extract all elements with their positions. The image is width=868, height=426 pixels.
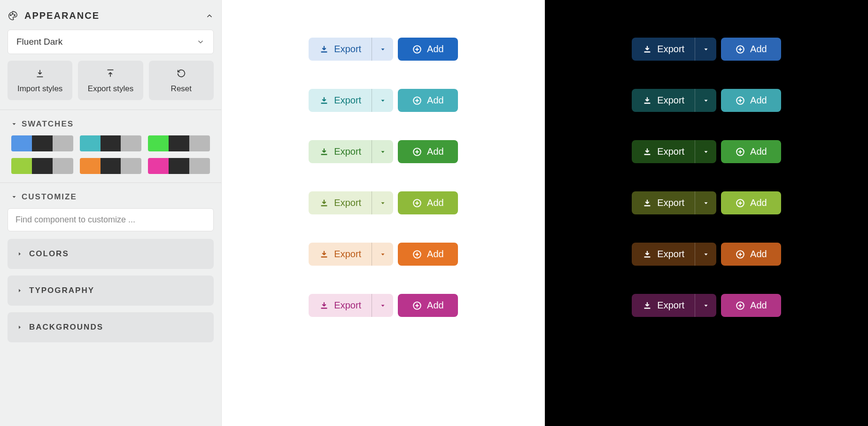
download-icon [319,249,329,260]
download-icon [642,198,652,208]
add-button[interactable]: Add [398,191,458,214]
download-icon [642,44,652,55]
swatch-3[interactable] [11,158,73,174]
preview-dark: ExportAddExportAddExportAddExportAddExpo… [545,0,868,426]
add-button[interactable]: Add [721,140,781,163]
swatch-1[interactable] [80,135,142,151]
export-button[interactable]: Export [632,140,695,163]
export-button[interactable]: Export [632,38,695,61]
svg-point-0 [10,15,11,16]
import-styles-button[interactable]: Import styles [8,61,72,100]
collapse-panel-button[interactable] [205,12,214,20]
caret-right-icon [17,288,23,293]
export-button[interactable]: Export [632,294,695,317]
appearance-panel: APPEARANCE Fluent Dark Import styles [0,0,222,426]
export-dropdown-button[interactable] [372,140,393,163]
export-dropdown-button[interactable] [372,38,393,61]
download-icon [35,68,45,79]
add-button[interactable]: Add [398,243,458,266]
category-typography[interactable]: TYPOGRAPHY [8,276,214,306]
export-button[interactable]: Export [309,140,372,163]
add-button[interactable]: Add [398,140,458,163]
export-split-button: Export [632,243,716,266]
swatch-5[interactable] [148,158,210,174]
export-button[interactable]: Export [632,191,695,214]
caret-down-icon [380,251,386,258]
export-split-button: Export [632,294,716,317]
plus-circle-icon [412,249,422,260]
export-dropdown-button[interactable] [695,89,716,112]
export-dropdown-button[interactable] [695,294,716,317]
export-split-button: Export [309,191,393,214]
add-button[interactable]: Add [721,191,781,214]
add-button[interactable]: Add [398,294,458,317]
button-row: ExportAdd [222,243,545,266]
export-label: Export [334,146,361,157]
export-dropdown-button[interactable] [372,191,393,214]
add-button[interactable]: Add [721,243,781,266]
caret-down-icon [703,200,709,206]
swatches-header[interactable]: SWATCHES [0,110,221,135]
customize-header[interactable]: CUSTOMIZE [0,183,221,208]
plus-circle-icon [412,198,422,208]
category-label: COLORS [29,249,69,259]
swatch-4[interactable] [80,158,142,174]
add-label: Add [427,95,444,106]
export-dropdown-button[interactable] [695,140,716,163]
add-label: Add [750,146,767,157]
export-dropdown-button[interactable] [695,191,716,214]
export-split-button: Export [309,38,393,61]
export-label: Export [657,146,684,157]
export-label: Export [657,300,684,311]
category-label: TYPOGRAPHY [29,286,94,295]
button-row: ExportAdd [222,294,545,317]
svg-point-2 [14,15,15,16]
export-styles-button[interactable]: Export styles [78,61,143,100]
caret-right-icon [17,251,23,257]
add-label: Add [750,197,767,208]
export-button[interactable]: Export [632,243,695,266]
category-colors[interactable]: COLORS [8,239,214,269]
plus-circle-icon [735,95,745,106]
export-button[interactable]: Export [309,89,372,112]
swatch-0[interactable] [11,135,73,151]
export-dropdown-button[interactable] [372,294,393,317]
export-button[interactable]: Export [309,191,372,214]
caret-right-icon [17,324,23,330]
caret-down-icon [703,149,709,155]
download-icon [642,95,652,106]
add-button[interactable]: Add [721,294,781,317]
add-button[interactable]: Add [721,38,781,61]
export-dropdown-button[interactable] [372,89,393,112]
export-split-button: Export [632,89,716,112]
category-backgrounds[interactable]: BACKGROUNDS [8,312,214,342]
button-row: ExportAdd [545,38,868,61]
export-split-button: Export [309,140,393,163]
add-button[interactable]: Add [721,89,781,112]
reset-styles-button[interactable]: Reset [149,61,214,100]
reset-styles-label: Reset [171,84,192,94]
add-label: Add [427,44,444,55]
export-dropdown-button[interactable] [695,38,716,61]
customize-search-input[interactable] [8,208,214,231]
add-button[interactable]: Add [398,89,458,112]
swatch-2[interactable] [148,135,210,151]
export-dropdown-button[interactable] [695,243,716,266]
export-button[interactable]: Export [632,89,695,112]
export-button[interactable]: Export [309,38,372,61]
add-button[interactable]: Add [398,38,458,61]
add-label: Add [750,95,767,106]
button-row: ExportAdd [545,243,868,266]
button-row: ExportAdd [222,140,545,163]
export-dropdown-button[interactable] [372,243,393,266]
export-button[interactable]: Export [309,294,372,317]
export-button[interactable]: Export [309,243,372,266]
caret-down-icon [703,97,709,104]
swatch-grid [0,135,221,182]
export-split-button: Export [632,140,716,163]
export-label: Export [657,95,684,106]
caret-down-icon [703,302,709,309]
export-split-button: Export [632,38,716,61]
theme-dropdown[interactable]: Fluent Dark [8,30,214,54]
plus-circle-icon [412,95,422,106]
